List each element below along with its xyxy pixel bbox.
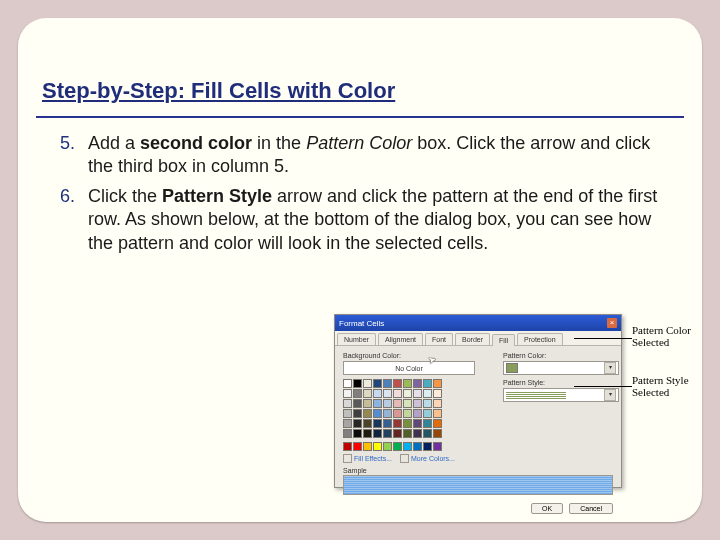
callout-pattern-color: Pattern Color Selected [632,324,702,348]
pattern-style-swatch [506,391,566,399]
color-swatch[interactable] [393,429,402,438]
color-swatch[interactable] [343,429,352,438]
color-swatch[interactable] [413,419,422,428]
color-swatch[interactable] [363,429,372,438]
color-swatch[interactable] [373,409,382,418]
tab-protection[interactable]: Protection [517,333,563,345]
color-swatch[interactable] [403,429,412,438]
color-swatch[interactable] [413,442,422,451]
color-swatch[interactable] [403,409,412,418]
cancel-button[interactable]: Cancel [569,503,613,514]
color-swatch[interactable] [393,389,402,398]
color-swatch[interactable] [433,409,442,418]
color-swatch[interactable] [353,442,362,451]
pattern-style-dropdown[interactable]: ▾ [503,388,619,402]
color-swatch[interactable] [383,419,392,428]
color-swatch[interactable] [373,379,382,388]
format-cells-dialog: Format Cells × Number Alignment Font Bor… [334,314,622,488]
dialog-titlebar: Format Cells × [335,315,621,331]
square-icon [400,454,409,463]
pattern-style-label: Pattern Style: [503,379,613,386]
color-swatch[interactable] [353,389,362,398]
color-swatch[interactable] [363,442,372,451]
no-color-button[interactable]: No Color [343,361,475,375]
color-swatch[interactable] [343,389,352,398]
color-swatch[interactable] [403,379,412,388]
color-swatch[interactable] [363,399,372,408]
tab-fill[interactable]: Fill [492,334,515,346]
color-swatch[interactable] [413,379,422,388]
pattern-controls: Pattern Color: ▾ Pattern Style: ▾ [503,352,613,406]
color-swatch[interactable] [423,379,432,388]
color-swatch[interactable] [393,419,402,428]
color-swatch[interactable] [423,429,432,438]
color-swatch[interactable] [403,399,412,408]
color-swatch[interactable] [423,409,432,418]
color-swatch[interactable] [373,399,382,408]
color-swatch[interactable] [363,379,372,388]
color-swatch[interactable] [433,442,442,451]
color-swatch[interactable] [383,409,392,418]
close-icon[interactable]: × [607,318,617,328]
more-colors-link[interactable]: More Colors... [400,454,455,463]
color-swatch[interactable] [343,409,352,418]
color-swatch[interactable] [433,399,442,408]
color-swatch[interactable] [383,429,392,438]
slide-title: Step-by-Step: Fill Cells with Color [42,78,395,104]
color-swatch[interactable] [393,379,402,388]
tab-number[interactable]: Number [337,333,376,345]
ok-button[interactable]: OK [531,503,563,514]
color-swatch[interactable] [393,442,402,451]
color-swatch[interactable] [373,389,382,398]
color-swatch[interactable] [403,389,412,398]
color-swatch[interactable] [363,409,372,418]
color-swatch[interactable] [343,442,352,451]
color-palette [343,379,469,452]
callout-line [574,338,632,339]
tab-border[interactable]: Border [455,333,490,345]
color-swatch[interactable] [433,419,442,428]
color-swatch[interactable] [343,419,352,428]
color-swatch[interactable] [343,379,352,388]
pattern-color-dropdown[interactable]: ▾ [503,361,619,375]
color-swatch[interactable] [403,442,412,451]
color-swatch[interactable] [353,409,362,418]
fill-effects-link[interactable]: Fill Effects... [343,454,392,463]
color-swatch[interactable] [423,399,432,408]
step-number: 6. [60,185,88,255]
color-swatch[interactable] [373,419,382,428]
step-list: 5. Add a second color in the Pattern Col… [60,132,670,261]
color-swatch[interactable] [373,442,382,451]
color-swatch[interactable] [393,409,402,418]
step-text: Add a second color in the Pattern Color … [88,132,670,179]
color-swatch[interactable] [373,429,382,438]
color-swatch[interactable] [433,379,442,388]
color-swatch[interactable] [363,419,372,428]
color-swatch[interactable] [403,419,412,428]
color-swatch[interactable] [423,419,432,428]
color-swatch[interactable] [353,429,362,438]
pattern-color-swatch [506,363,518,373]
list-item: 6. Click the Pattern Style arrow and cli… [60,185,670,255]
color-swatch[interactable] [423,389,432,398]
color-swatch[interactable] [413,399,422,408]
list-item: 5. Add a second color in the Pattern Col… [60,132,670,179]
color-swatch[interactable] [433,429,442,438]
color-swatch[interactable] [383,442,392,451]
color-swatch[interactable] [413,409,422,418]
color-swatch[interactable] [383,379,392,388]
color-swatch[interactable] [413,389,422,398]
color-swatch[interactable] [383,399,392,408]
color-swatch[interactable] [343,399,352,408]
color-swatch[interactable] [433,389,442,398]
color-swatch[interactable] [413,429,422,438]
color-swatch[interactable] [393,399,402,408]
color-swatch[interactable] [423,442,432,451]
color-swatch[interactable] [353,379,362,388]
color-swatch[interactable] [353,399,362,408]
color-swatch[interactable] [363,389,372,398]
color-swatch[interactable] [353,419,362,428]
tab-font[interactable]: Font [425,333,453,345]
color-swatch[interactable] [383,389,392,398]
tab-alignment[interactable]: Alignment [378,333,423,345]
